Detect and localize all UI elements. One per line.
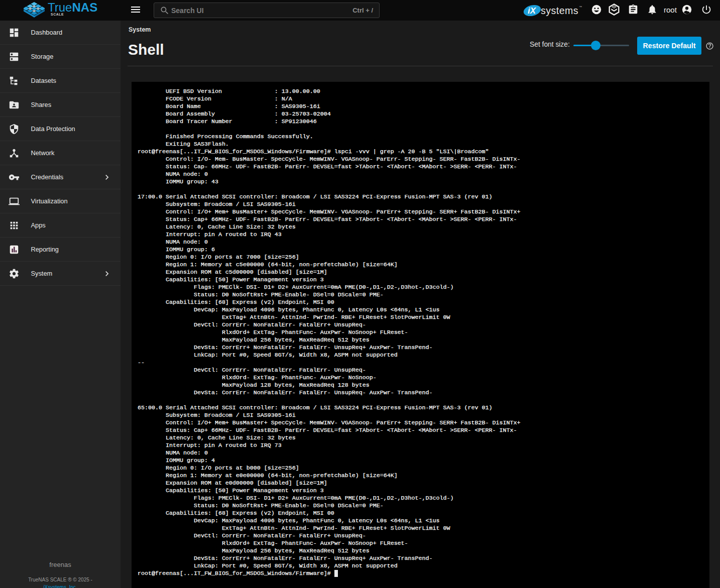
svg-text:™: ™ xyxy=(579,6,582,9)
svg-text:iX: iX xyxy=(528,6,537,16)
svg-text:systems: systems xyxy=(541,5,578,16)
